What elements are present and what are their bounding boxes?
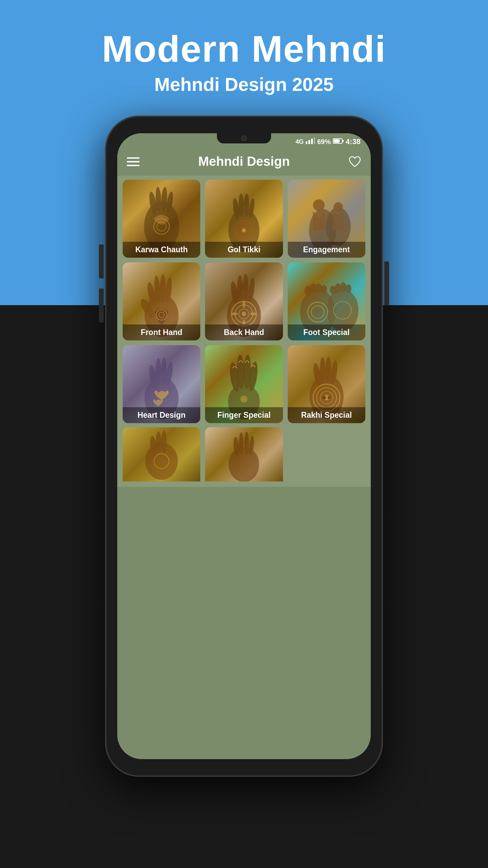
status-icons: 4G 69% [296, 137, 361, 146]
svg-point-57 [346, 284, 351, 293]
foot-special-label: Foot Special [288, 324, 365, 340]
battery-icon [333, 137, 344, 146]
heart-design-label: Heart Design [123, 407, 200, 423]
svg-point-64 [161, 358, 167, 386]
volume-up-button [99, 244, 104, 278]
category-gol-tikki[interactable]: Gol Tikki [205, 180, 283, 258]
svg-rect-2 [311, 139, 313, 144]
svg-point-90 [239, 432, 244, 455]
svg-point-47 [250, 312, 257, 315]
app-subtitle: Mehndi Design 2025 [102, 74, 386, 95]
phone-screen: 4G 69% [117, 133, 371, 759]
network-icon: 4G [296, 138, 304, 145]
back-hand-label: Back Hand [205, 324, 283, 340]
bottom-item-2-image [205, 427, 283, 481]
favorites-button[interactable] [348, 155, 361, 168]
svg-point-53 [321, 285, 327, 294]
svg-point-86 [161, 431, 167, 454]
svg-rect-5 [342, 140, 344, 142]
svg-point-75 [325, 356, 331, 384]
rakhi-special-label: Rakhi Special [288, 407, 365, 423]
category-finger-special[interactable]: Finger Special [205, 345, 283, 423]
volume-down-button [99, 289, 104, 322]
category-back-hand[interactable]: Back Hand [205, 262, 283, 340]
bottom-item-1-image [123, 427, 200, 481]
app-bar: Mehndi Design [117, 149, 371, 176]
finger-special-label: Finger Special [205, 407, 283, 423]
phone-frame: 4G 69% [105, 116, 383, 777]
front-camera [241, 135, 247, 141]
bottom-item-1[interactable] [123, 427, 200, 481]
svg-point-82 [327, 396, 330, 399]
svg-rect-3 [314, 137, 315, 144]
category-engagement[interactable]: Engagement [288, 180, 365, 258]
svg-point-85 [156, 431, 161, 454]
front-hand-label: Front Hand [123, 324, 200, 340]
menu-button[interactable] [127, 157, 140, 166]
category-rakhi-special[interactable]: Rakhi Special [288, 345, 365, 423]
header-section: Modern Mehndi Mehndi Design 2025 [102, 0, 386, 95]
svg-point-43 [242, 312, 246, 316]
hamburger-line-2 [127, 161, 140, 162]
app-bar-title: Mehndi Design [198, 154, 290, 169]
svg-rect-1 [308, 140, 310, 144]
bottom-item-2[interactable] [205, 427, 283, 481]
gol-tikki-label: Gol Tikki [205, 242, 283, 258]
power-button [384, 261, 389, 305]
hamburger-line-1 [127, 157, 140, 159]
svg-point-88 [229, 447, 259, 481]
svg-point-46 [231, 312, 238, 315]
app-title: Modern Mehndi [102, 27, 386, 70]
engagement-label: Engagement [288, 242, 365, 258]
svg-rect-6 [333, 139, 340, 143]
signal-bars [306, 137, 315, 146]
svg-point-25 [313, 199, 324, 211]
svg-point-44 [243, 301, 245, 308]
svg-point-63 [156, 358, 161, 385]
svg-point-16 [239, 193, 244, 217]
svg-rect-0 [306, 141, 307, 144]
svg-point-91 [244, 432, 249, 455]
category-grid: Karwa Chauth [117, 176, 371, 427]
category-heart-design[interactable]: Heart Design [123, 345, 200, 423]
svg-point-26 [333, 202, 343, 212]
svg-point-30 [160, 274, 166, 303]
svg-point-52 [316, 283, 322, 293]
bottom-item-3[interactable] [288, 427, 365, 481]
time-display: 4:38 [346, 137, 361, 146]
category-front-hand[interactable]: Front Hand [123, 262, 200, 340]
svg-point-37 [237, 275, 243, 302]
svg-point-56 [340, 282, 346, 292]
svg-point-74 [320, 357, 325, 384]
svg-point-81 [322, 396, 326, 399]
phone-container: 4G 69% [105, 116, 383, 777]
phone-notch [217, 133, 271, 143]
category-karwa-chauth[interactable]: Karwa Chauth [123, 180, 200, 258]
svg-point-71 [241, 395, 248, 402]
svg-point-83 [145, 442, 178, 480]
hamburger-line-3 [127, 165, 140, 166]
svg-point-38 [243, 274, 249, 302]
battery-text: 69% [317, 138, 331, 146]
bottom-grid [117, 427, 371, 487]
category-foot-special[interactable]: Foot Special [288, 262, 365, 340]
svg-point-22 [242, 229, 246, 232]
karwa-chauth-label: Karwa Chauth [123, 242, 200, 258]
svg-point-17 [244, 193, 249, 217]
